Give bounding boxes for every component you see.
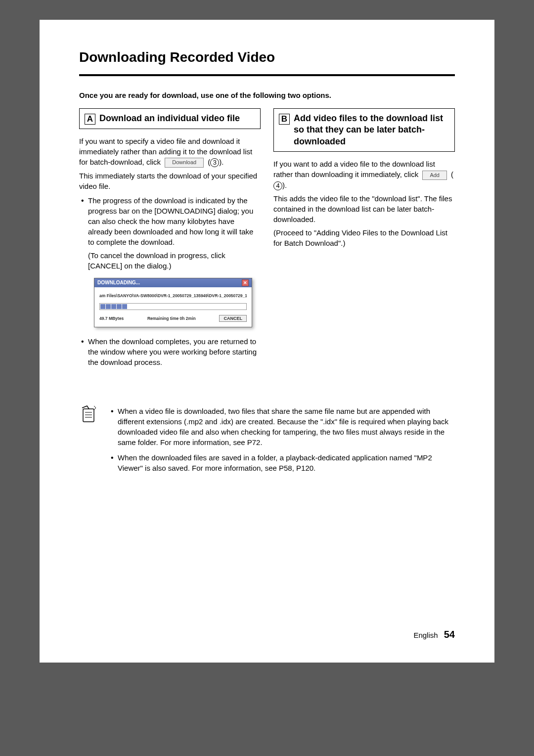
column-a: A Download an individual video file If y… xyxy=(79,108,261,374)
col-a-bullet1-main: The progress of the download is indicate… xyxy=(88,196,253,246)
section-title-b: Add video files to the download list so … xyxy=(294,113,449,147)
svg-rect-0 xyxy=(83,409,94,422)
column-b: B Add video files to the download list s… xyxy=(273,108,455,374)
footer: English 54 xyxy=(413,629,455,640)
note-1: When a video file is downloaded, two fil… xyxy=(118,406,455,447)
dialog-body: am Files\SANYO\VA-SW8000\DVR-1_20050729_… xyxy=(94,287,252,327)
intro-text: Once you are ready for download, use one… xyxy=(79,91,455,99)
col-a-para2: This immediately starts the download of … xyxy=(79,171,261,191)
title-divider xyxy=(79,74,455,76)
col-a-bullets: The progress of the download is indicate… xyxy=(79,195,261,271)
add-button-inline[interactable]: Add xyxy=(422,171,447,180)
col-b-after-btn: ). xyxy=(282,181,287,189)
note-2: When the downloaded files are saved in a… xyxy=(118,452,455,473)
dialog-path: am Files\SANYO\VA-SW8000\DVR-1_20050729_… xyxy=(99,293,247,298)
cancel-button[interactable]: CANCEL xyxy=(219,315,247,322)
section-letter-b: B xyxy=(279,114,290,125)
section-a-header: A Download an individual video file xyxy=(79,108,261,129)
close-icon[interactable]: ✕ xyxy=(242,279,249,286)
section-b-header: B Add video files to the download list s… xyxy=(273,108,455,152)
col-b-para1: If you want to add a video file to the d… xyxy=(273,159,455,190)
dialog-title-text: DOWNLOADING... xyxy=(97,280,140,285)
col-a-para1: If you want to specify a video file and … xyxy=(79,136,261,168)
progress-bar xyxy=(99,303,247,310)
manual-page: Downloading Recorded Video Once you are … xyxy=(40,20,494,663)
note-icon xyxy=(79,404,99,426)
col-b-para2: This adds the video file to the "downloa… xyxy=(273,193,455,224)
section-title-a: Download an individual video file xyxy=(99,113,240,124)
col-a-bullet2: When the download completes, you are ret… xyxy=(88,336,261,367)
section-letter-a: A xyxy=(85,114,95,125)
footer-lang: English xyxy=(413,631,438,639)
col-a-after-btn: ). xyxy=(219,158,223,166)
dialog-status-row: 49.7 MBytes Remaining time 0h 2min CANCE… xyxy=(99,315,247,322)
col-b-para3: (Proceed to "Adding Video Files to the D… xyxy=(273,227,455,248)
dialog-time: Remaining time 0h 2min xyxy=(147,316,196,321)
page-number: 54 xyxy=(444,629,455,640)
download-button-inline[interactable]: Download xyxy=(165,158,204,167)
page-title: Downloading Recorded Video xyxy=(79,49,455,65)
dialog-size: 49.7 MBytes xyxy=(99,316,124,321)
note-list: When a video file is downloaded, two fil… xyxy=(109,406,455,478)
col-a-bullet1: The progress of the download is indicate… xyxy=(88,195,261,271)
note-section: When a video file is downloaded, two fil… xyxy=(79,404,455,485)
downloading-dialog: DOWNLOADING... ✕ am Files\SANYO\VA-SW800… xyxy=(94,278,252,327)
col-b-para1-text: If you want to add a video file to the d… xyxy=(273,160,435,178)
col-a-bullets-2: When the download completes, you are ret… xyxy=(79,336,261,367)
dialog-titlebar: DOWNLOADING... ✕ xyxy=(94,278,252,287)
columns: A Download an individual video file If y… xyxy=(79,108,455,374)
col-a-bullet1-sub: (To cancel the download in progress, cli… xyxy=(88,250,261,271)
circled-three-icon: 3 xyxy=(210,158,219,167)
circled-four-icon: 4 xyxy=(273,181,282,190)
